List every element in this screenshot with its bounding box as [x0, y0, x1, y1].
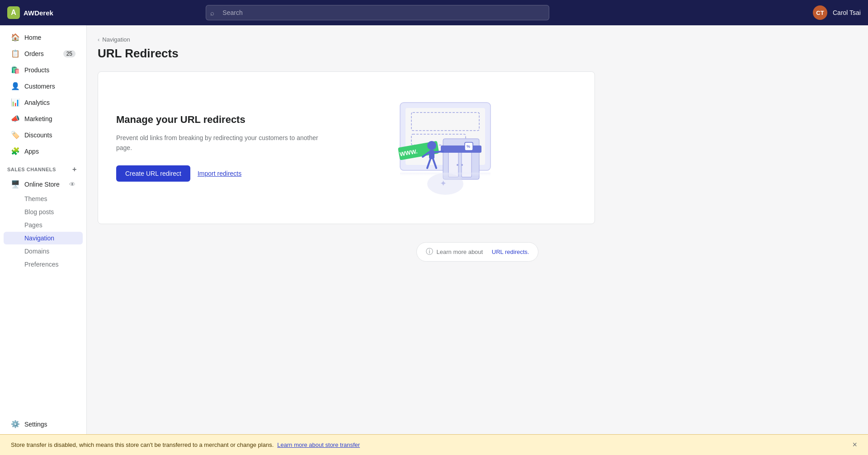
svg-rect-15 — [429, 150, 434, 159]
svg-text:✦: ✦ — [440, 179, 447, 188]
help-link[interactable]: URL redirects. — [492, 249, 529, 255]
sidebar-item-online-store[interactable]: 🖥️ Online Store 👁 — [4, 176, 83, 192]
banner-message: Store transfer is disabled, which means … — [11, 441, 274, 448]
sidebar-sub-item-pages[interactable]: Pages — [4, 219, 83, 231]
sidebar-item-analytics[interactable]: 📊 Analytics — [4, 94, 83, 110]
add-sales-channel-button[interactable]: + — [70, 165, 79, 174]
svg-text:%: % — [467, 144, 470, 149]
sidebar-sub-item-blog-posts[interactable]: Blog posts — [4, 206, 83, 218]
content-left: Manage your URL redirects Prevent old li… — [116, 114, 333, 182]
banner-close-button[interactable]: × — [852, 440, 857, 450]
svg-point-7 — [457, 164, 458, 166]
search-icon: ⌕ — [210, 9, 214, 17]
store-icon: 🖥️ — [11, 180, 20, 188]
top-bar: A AWDerek ⌕ CT Carol Tsai — [0, 0, 868, 25]
illustration: % WWW. ✦ — [355, 94, 536, 202]
sidebar-item-home[interactable]: 🏠 Home — [4, 29, 83, 45]
brand[interactable]: A AWDerek — [7, 6, 71, 19]
sidebar-sub-item-domains[interactable]: Domains — [4, 245, 83, 258]
import-redirects-button[interactable]: Import redirects — [198, 170, 241, 177]
help-text: Learn more about — [437, 249, 483, 255]
content-card: Manage your URL redirects Prevent old li… — [98, 71, 595, 224]
sidebar-item-marketing[interactable]: 📣 Marketing — [4, 111, 83, 127]
products-icon: 🛍️ — [11, 66, 20, 74]
badge-orders: 25 — [63, 50, 75, 57]
sub-label-themes: Themes — [24, 195, 47, 202]
sidebar-sub-item-themes[interactable]: Themes — [4, 192, 83, 205]
search-bar: ⌕ — [206, 5, 549, 20]
top-bar-right: CT Carol Tsai — [813, 5, 861, 20]
help-icon: ⓘ — [426, 247, 433, 257]
sidebar-label-orders: Orders — [24, 50, 44, 57]
sidebar: 🏠 Home 📋 Orders 25 🛍️ Products 👤 Custome… — [0, 25, 87, 455]
sidebar-item-customers[interactable]: 👤 Customers — [4, 78, 83, 94]
btn-actions: Create URL redirect Import redirects — [116, 165, 333, 182]
sidebar-label-home: Home — [24, 34, 41, 41]
banner-link[interactable]: Learn more about store transfer — [277, 441, 360, 448]
orders-icon: 📋 — [11, 49, 20, 58]
url-redirect-illustration: % WWW. ✦ — [373, 94, 518, 202]
settings-label: Settings — [24, 421, 47, 428]
sub-label-preferences: Preferences — [24, 261, 58, 268]
search-input[interactable] — [206, 5, 549, 20]
sidebar-label-customers: Customers — [24, 83, 55, 90]
content-heading: Manage your URL redirects — [116, 114, 333, 126]
svg-rect-22 — [400, 173, 491, 176]
sidebar-item-apps[interactable]: 🧩 Apps — [4, 143, 83, 159]
layout: 🏠 Home 📋 Orders 25 🛍️ Products 👤 Custome… — [0, 25, 868, 455]
sidebar-label-marketing: Marketing — [24, 115, 52, 122]
sub-label-navigation: Navigation — [24, 235, 54, 242]
apps-icon: 🧩 — [11, 147, 20, 155]
sidebar-sub-item-navigation[interactable]: Navigation — [4, 232, 83, 244]
page-title: URL Redirects — [98, 47, 857, 61]
sidebar-sub-item-preferences[interactable]: Preferences — [4, 258, 83, 271]
breadcrumb-chevron: ‹ — [98, 36, 99, 43]
content-description: Prevent old links from breaking by redir… — [116, 133, 333, 153]
sidebar-label-discounts: Discounts — [24, 131, 52, 139]
customers-icon: 👤 — [11, 82, 20, 90]
breadcrumb: ‹ Navigation — [98, 36, 857, 43]
sidebar-label-products: Products — [24, 66, 49, 74]
sidebar-item-settings[interactable]: ⚙️ Settings — [4, 416, 83, 432]
create-url-redirect-button[interactable]: Create URL redirect — [116, 165, 190, 182]
brand-name: AWDerek — [24, 9, 53, 17]
svg-rect-9 — [441, 145, 481, 153]
online-store-label: Online Store — [24, 181, 60, 188]
eye-icon[interactable]: 👁 — [69, 181, 75, 188]
sub-label-blog-posts: Blog posts — [24, 208, 54, 216]
sidebar-label-analytics: Analytics — [24, 99, 50, 106]
svg-point-8 — [461, 164, 463, 166]
main-content: ‹ Navigation URL Redirects Manage your U… — [87, 25, 868, 455]
brand-icon: A — [7, 6, 20, 19]
settings-icon: ⚙️ — [11, 420, 20, 428]
avatar[interactable]: CT — [813, 5, 827, 20]
marketing-icon: 📣 — [11, 114, 20, 123]
help-pill: ⓘ Learn more about URL redirects. — [416, 242, 539, 262]
analytics-icon: 📊 — [11, 98, 20, 107]
sidebar-item-products[interactable]: 🛍️ Products — [4, 62, 83, 78]
avatar-name: Carol Tsai — [833, 9, 861, 16]
sidebar-item-orders[interactable]: 📋 Orders 25 — [4, 46, 83, 61]
svg-point-14 — [427, 141, 436, 150]
home-icon: 🏠 — [11, 33, 20, 42]
svg-line-17 — [434, 151, 443, 152]
help-section: ⓘ Learn more about URL redirects. — [98, 242, 857, 262]
sub-label-pages: Pages — [24, 221, 42, 229]
sub-label-domains: Domains — [24, 248, 49, 255]
discounts-icon: 🏷️ — [11, 131, 20, 139]
sidebar-item-discounts[interactable]: 🏷️ Discounts — [4, 127, 83, 143]
breadcrumb-navigation-link[interactable]: Navigation — [102, 36, 130, 43]
sidebar-label-apps: Apps — [24, 148, 39, 155]
bottom-banner: Store transfer is disabled, which means … — [0, 434, 868, 455]
sales-channels-header: SALES CHANNELS + — [0, 159, 86, 176]
